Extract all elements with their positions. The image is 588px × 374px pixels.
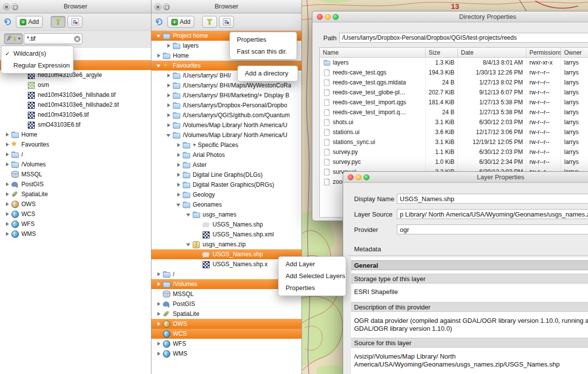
window-titlebar[interactable]: Directory Properties <box>312 11 588 22</box>
collapse-arrow-icon[interactable] <box>175 201 182 208</box>
expand-arrow-icon[interactable] <box>155 281 162 288</box>
expand-arrow-icon[interactable] <box>155 310 162 317</box>
close-panel-icon[interactable] <box>154 3 161 10</box>
tree-item-wcs[interactable]: WCS <box>0 209 151 219</box>
tree-item-zip[interactable]: usgs_names.zip <box>151 239 301 249</box>
tree-item-spatialite[interactable]: SpatiaLite <box>151 309 301 319</box>
tree-item-favourite-path[interactable]: /Users/larrys/ BHI/Maps/WyWestonCoRa <box>151 80 301 90</box>
window-titlebar[interactable]: Layer Properties <box>343 172 588 183</box>
expand-arrow-icon[interactable] <box>4 230 11 237</box>
expand-arrow-icon[interactable] <box>4 211 11 218</box>
filter-options-button[interactable] <box>4 33 23 44</box>
tree-item-wfs[interactable]: WFS <box>151 339 301 349</box>
column-header-owner[interactable]: Owner <box>561 48 588 58</box>
expand-arrow-icon[interactable] <box>175 191 182 198</box>
collapse-arrow-icon[interactable] <box>185 211 192 218</box>
tree-item-wcs[interactable]: WCS <box>151 329 301 339</box>
tree-item-favourites[interactable]: Favourites <box>0 140 151 150</box>
expand-arrow-icon[interactable] <box>175 161 182 168</box>
tree-item-raster[interactable]: ned10m43103e6_hillshade.tif <box>0 90 151 100</box>
collapse-arrow-icon[interactable] <box>155 32 162 39</box>
tree-item-favourite-path[interactable]: /Users/larrys/QGIS/github.com/Quantum <box>151 110 301 120</box>
expand-arrow-icon[interactable] <box>175 151 182 158</box>
expand-arrow-icon[interactable] <box>4 141 11 148</box>
refresh-button[interactable] <box>3 16 12 28</box>
expand-arrow-icon[interactable] <box>4 221 11 227</box>
provider-field[interactable]: ogr <box>397 224 588 234</box>
panel-titlebar[interactable]: Browser <box>0 0 151 13</box>
refresh-button[interactable] <box>154 16 163 28</box>
menu-item-add-directory[interactable]: Add a directory <box>238 68 297 79</box>
table-row[interactable]: survey.pyc 1.0 KiB 6/30/12 2:34 PM rw-r-… <box>320 157 588 167</box>
tree-item-postgis[interactable]: PostGIS <box>0 179 151 189</box>
table-row[interactable]: reeds-cave_test_import.qgs 181.4 KiB 1/2… <box>320 97 588 107</box>
filter-button[interactable] <box>202 16 217 28</box>
tree-item-wfs[interactable]: WFS <box>0 219 151 229</box>
expand-arrow-icon[interactable] <box>4 161 11 168</box>
expand-arrow-icon[interactable] <box>4 181 11 188</box>
menu-item-fast-scan[interactable]: Fast scan this dir. <box>230 46 296 58</box>
expand-arrow-icon[interactable] <box>175 181 182 188</box>
tree-item-mssql[interactable]: MSSQL <box>0 169 151 179</box>
tree-item-volumes[interactable]: /Volumes <box>0 159 151 169</box>
expand-arrow-icon[interactable] <box>4 191 11 198</box>
tree-item-ows[interactable]: OWS <box>151 319 301 329</box>
clear-filter-icon[interactable] <box>74 36 80 42</box>
table-row[interactable]: reeds-cave_test_import.q… 24 B 1/27/13 5… <box>320 107 588 117</box>
expand-arrow-icon[interactable] <box>155 320 162 327</box>
tree-item-favourite-path[interactable]: /Volumes/Map Library/ North America/U <box>151 130 301 140</box>
tree-item-folder[interactable]: Digital Raster Graphics(DRGs) <box>151 180 301 190</box>
float-panel-icon[interactable] <box>163 3 170 10</box>
tree-item-raster[interactable]: ned10m43103e6_hillshade2.tif <box>0 100 151 110</box>
tree-item-osm[interactable]: osm <box>0 80 151 90</box>
filter-button[interactable] <box>51 16 66 28</box>
path-field[interactable]: /Users/larrys/Dropbox-Personal/Dropbox/Q… <box>339 33 588 43</box>
expand-arrow-icon[interactable] <box>155 300 162 307</box>
layer-source-field[interactable]: p Library/ North America/USA/Wyoming/Geo… <box>397 209 588 219</box>
expand-arrow-icon[interactable] <box>4 201 11 208</box>
tree-item-folder[interactable]: Aster <box>151 160 301 170</box>
tree-item-postgis[interactable]: PostGIS <box>151 299 301 309</box>
expand-arrow-icon[interactable] <box>155 340 162 347</box>
tree-item-raster[interactable]: ned10m43103e6.tif <box>0 110 151 120</box>
table-row[interactable]: shots.ui 3.1 KiB 6/30/12 2:03 PM rw-r--r… <box>320 117 588 127</box>
expand-arrow-icon[interactable] <box>155 271 162 278</box>
expand-arrow-icon[interactable] <box>175 142 182 149</box>
expand-arrow-icon[interactable] <box>4 131 11 138</box>
add-button[interactable]: Add <box>167 16 194 28</box>
tree-item-wms[interactable]: WMS <box>0 229 151 239</box>
float-panel-icon[interactable] <box>11 3 18 10</box>
table-row[interactable]: reeds-cave_test.qgs 194.3 KiB 1/30/13 12… <box>320 68 588 77</box>
expand-arrow-icon[interactable] <box>165 82 172 89</box>
expand-arrow-icon[interactable] <box>165 72 172 79</box>
menu-item-regular-expression[interactable]: Regular Expression <box>1 60 73 72</box>
collapse-arrow-icon[interactable] <box>165 132 172 139</box>
menu-item-properties[interactable]: Properties <box>230 34 296 46</box>
expand-arrow-icon[interactable] <box>165 92 172 99</box>
display-name-field[interactable]: USGS_Names.shp <box>397 194 588 204</box>
column-header-size[interactable]: Size <box>426 48 458 58</box>
tree-item-spatialite[interactable]: SpatiaLite <box>0 189 151 199</box>
expand-arrow-icon[interactable] <box>155 52 162 59</box>
table-row[interactable]: reeds-cave_test_globe-pl… 202.7 KiB 9/12… <box>320 87 588 97</box>
tree-item-favourite-path[interactable]: /Users/larrys/Dropbox-Personal/Dropbo <box>151 100 301 110</box>
tree-item-folder[interactable]: + Specific Places <box>151 140 301 150</box>
menu-item-wildcards[interactable]: ✓Wildcard(s) <box>1 48 73 60</box>
tree-item-shapefile-xml[interactable]: USGS_Names.shp.xml <box>151 229 301 239</box>
expand-arrow-icon[interactable] <box>165 102 172 109</box>
tree-item-folder[interactable]: Geology <box>151 190 301 200</box>
tree-item-ows[interactable]: OWS <box>0 199 151 209</box>
collapse-arrow-icon[interactable] <box>185 241 192 248</box>
collapse-tree-button[interactable] <box>219 16 234 28</box>
table-row[interactable]: reeds-cave_test.qgs.mldata 24 B 1/27/13 … <box>320 77 588 87</box>
expand-arrow-icon[interactable] <box>175 171 182 178</box>
table-row[interactable]: stations_sync.ui 3.1 KiB 12/19/12 12:05 … <box>320 137 588 147</box>
expand-arrow-icon[interactable] <box>165 122 172 129</box>
tree-item-root[interactable]: / <box>0 150 151 159</box>
tree-item-geonames[interactable]: Geonames <box>151 200 301 210</box>
collapse-arrow-icon[interactable] <box>155 62 162 69</box>
tree-item-favourite-path[interactable]: /Volumes/Map Library/ North America/U <box>151 120 301 130</box>
panel-titlebar[interactable]: Browser <box>151 0 301 13</box>
tree-item-usgs-names[interactable]: usgs_names <box>151 210 301 220</box>
tree-item-wms[interactable]: WMS <box>151 349 301 359</box>
